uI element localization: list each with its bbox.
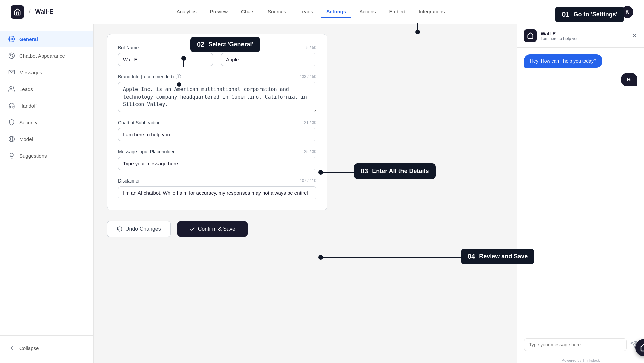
grid-icon (8, 135, 15, 143)
nav-embed[interactable]: Embed (384, 6, 411, 18)
gear-icon (8, 35, 15, 43)
sidebar-item-handoff[interactable]: Handoff (0, 97, 93, 114)
brand-name-input[interactable] (221, 53, 316, 66)
action-bar: Undo Changes Confirm & Save (107, 221, 504, 237)
nav-analytics[interactable]: Analytics (171, 6, 202, 18)
sidebar-item-messages[interactable]: Messages (0, 64, 93, 81)
sidebar-item-suggestions[interactable]: Suggestions (0, 147, 93, 164)
palette-icon (8, 52, 15, 59)
svg-point-2 (10, 55, 11, 56)
bot-name-input[interactable] (118, 53, 213, 66)
sidebar-label-general: General (19, 36, 38, 42)
nav-chats[interactable]: Chats (236, 6, 260, 18)
chat-bot-status: I am here to help you (541, 36, 579, 41)
callout-02: 02 Select 'General' (190, 37, 260, 52)
powered-by: Powered by Thinkstack (517, 356, 644, 363)
chat-messages: Hey! How can I help you today? Hi (517, 48, 644, 333)
save-label: Confirm & Save (198, 226, 235, 232)
topbar: / Wall-E Analytics Preview Chats Sources… (0, 0, 644, 24)
sidebar-item-leads[interactable]: Leads (0, 81, 93, 97)
shield-icon (8, 119, 15, 126)
bot-title: Wall-E (35, 8, 53, 15)
topbar-right: Contact Support My Bots K (557, 6, 633, 18)
sidebar-label-handoff: Handoff (19, 103, 37, 109)
main-nav: Analytics Preview Chats Sources Leads Se… (69, 6, 552, 18)
undo-icon (117, 226, 123, 232)
preview-panel: Wall-E I am here to help you ✕ Hey! How … (517, 24, 644, 363)
subheading-group: Chatbot Subheading 21 / 30 (118, 120, 316, 141)
undo-button[interactable]: Undo Changes (107, 221, 171, 237)
placeholder-label-row: Message Input Placeholder 25 / 30 (118, 149, 316, 154)
callout-02-text: Select 'General' (208, 41, 253, 48)
bot-name-label: Bot Name (118, 45, 139, 50)
sidebar-label-suggestions: Suggestions (19, 153, 47, 159)
sidebar-label-model: Model (19, 136, 33, 142)
sidebar-label-appearance: Chatbot Appearance (19, 53, 65, 59)
brand-info-label-row: Brand Info (recommended) i 133 / 150 (118, 74, 316, 79)
headset-icon (8, 102, 15, 109)
subheading-label: Chatbot Subheading (118, 120, 161, 125)
my-bots-button[interactable]: My Bots (598, 9, 615, 15)
callout-02-dot (177, 82, 181, 87)
message-icon (8, 69, 15, 76)
sidebar-item-general[interactable]: General (0, 31, 93, 47)
chat-message-input[interactable] (524, 338, 627, 351)
chat-input-area (517, 333, 644, 356)
placeholder-label: Message Input Placeholder (118, 149, 175, 154)
nav-preview[interactable]: Preview (205, 6, 233, 18)
svg-point-3 (12, 54, 13, 55)
placeholder-count: 25 / 30 (304, 149, 316, 154)
user-avatar[interactable]: K (621, 6, 633, 18)
sidebar-item-security[interactable]: Security (0, 114, 93, 131)
disclaimer-input[interactable] (118, 186, 316, 199)
brand-name-count: 5 / 50 (306, 45, 316, 50)
lightbulb-icon (8, 152, 15, 159)
user-message: Hi (621, 73, 637, 86)
brand-info-textarea[interactable] (118, 82, 316, 112)
chat-close-button[interactable]: ✕ (632, 32, 637, 40)
settings-form-card: Bot Name 6 / 25 Brand Name i 5 / 50 (107, 34, 327, 210)
brand-info-label: Brand Info (recommended) i (118, 74, 181, 79)
breadcrumb-slash: / (29, 8, 31, 16)
sidebar-item-appearance[interactable]: Chatbot Appearance (0, 47, 93, 64)
subheading-label-row: Chatbot Subheading 21 / 30 (118, 120, 316, 125)
sidebar-collapse-label: Collapse (19, 345, 39, 351)
content-area: Bot Name 6 / 25 Brand Name i 5 / 50 (94, 24, 517, 363)
check-icon (189, 226, 195, 232)
sidebar: General Chatbot Appearance Messages Lead… (0, 24, 94, 363)
disclaimer-count: 107 / 110 (300, 178, 316, 183)
sidebar-item-model[interactable]: Model (0, 131, 93, 147)
brand-info-group: Brand Info (recommended) i 133 / 150 (118, 74, 316, 112)
sidebar-label-leads: Leads (19, 86, 33, 92)
nav-integrations[interactable]: Integrations (413, 6, 450, 18)
chat-header: Wall-E I am here to help you ✕ (517, 24, 644, 48)
sidebar-bottom: Collapse (0, 335, 93, 356)
logo-area: / Wall-E (11, 5, 53, 19)
placeholder-group: Message Input Placeholder 25 / 30 (118, 149, 316, 170)
nav-sources[interactable]: Sources (262, 6, 291, 18)
callout-02-num: 02 (197, 41, 204, 48)
save-button[interactable]: Confirm & Save (177, 221, 248, 237)
chat-bot-name: Wall-E (541, 31, 579, 36)
disclaimer-label: Disclaimer (118, 178, 140, 184)
bot-message: Hey! How can I help you today? (524, 54, 602, 68)
disclaimer-label-row: Disclaimer 107 / 110 (118, 178, 316, 184)
undo-label: Undo Changes (125, 226, 161, 232)
contact-support-button[interactable]: Contact Support (557, 9, 591, 15)
subheading-input[interactable] (118, 128, 316, 141)
brand-info-icon[interactable]: i (176, 74, 181, 79)
chat-bot-info: Wall-E I am here to help you (541, 31, 579, 41)
nav-actions[interactable]: Actions (354, 6, 381, 18)
sidebar-collapse[interactable]: Collapse (0, 340, 93, 356)
brand-info-count: 133 / 150 (300, 74, 316, 79)
main-layout: General Chatbot Appearance Messages Lead… (0, 24, 644, 363)
nav-leads[interactable]: Leads (294, 6, 318, 18)
placeholder-input[interactable] (118, 157, 316, 170)
nav-settings[interactable]: Settings (321, 6, 351, 18)
logo-icon (11, 5, 24, 19)
svg-point-4 (12, 56, 13, 57)
fab-icon (640, 344, 644, 352)
svg-point-6 (10, 87, 12, 89)
chat-bot-logo (524, 29, 537, 42)
subheading-count: 21 / 30 (304, 120, 316, 125)
